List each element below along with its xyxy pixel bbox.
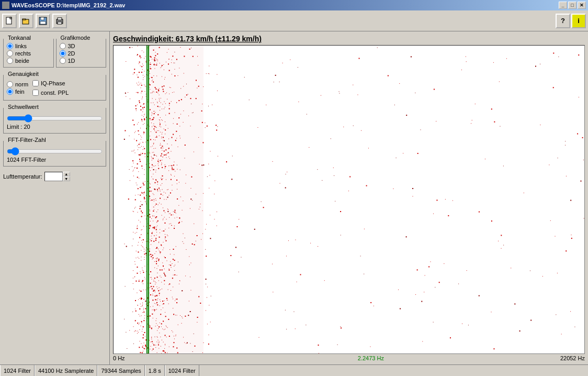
status-filter1: 1024 Filter: [0, 365, 35, 376]
tonkanal-group: Tonkanal links rechts beide: [3, 39, 54, 68]
grafikmode-1d[interactable]: 1D: [60, 58, 103, 64]
fft-filter-label: FFT-Filter-Zahl: [7, 137, 47, 143]
save-button[interactable]: [36, 14, 50, 28]
close-button[interactable]: ✕: [578, 2, 586, 9]
chart-canvas: [114, 46, 584, 353]
status-duration: 1.8 s: [145, 365, 165, 376]
freq-left: 0 Hz: [113, 355, 125, 361]
help-button[interactable]: ?: [556, 14, 570, 28]
tonkanal-links-label: links: [15, 43, 27, 49]
lufttemp-label: Lufttemperatur:: [3, 173, 42, 180]
tonkanal-beide[interactable]: beide: [7, 58, 50, 64]
svg-rect-3: [22, 19, 26, 20]
lufttemp-down-button[interactable]: ▼: [63, 176, 70, 181]
print-button[interactable]: [52, 14, 67, 28]
grafikmode-3d[interactable]: 3D: [60, 43, 103, 49]
tonkanal-rechts[interactable]: rechts: [7, 50, 50, 57]
chart-title: Geschwindigkeit: 61.73 km/h (±11.29 km/h…: [113, 35, 585, 43]
tonkanal-links[interactable]: links: [7, 43, 50, 49]
grafikmode-1d-label: 1D: [68, 58, 75, 64]
genauigkeit-norm[interactable]: norm: [7, 81, 28, 87]
tonkanal-beide-label: beide: [15, 58, 29, 64]
grafikmode-2d[interactable]: 2D: [60, 50, 103, 57]
tonkanal-rechts-label: rechts: [15, 50, 31, 57]
lufttemp-spinbox: 20 ▲ ▼: [44, 172, 70, 181]
svg-rect-6: [40, 21, 46, 24]
chart-area: Geschwindigkeit: 61.73 km/h (±11.29 km/h…: [110, 31, 588, 364]
status-samples: 79344 Samples: [97, 365, 144, 376]
iqphase-checkbox[interactable]: IQ-Phase: [32, 80, 69, 86]
genauigkeit-group: Genauigkeit norm fein: [3, 75, 106, 101]
svg-rect-1: [10, 17, 12, 19]
fft-filter-group: FFT-Filter-Zahl 1024 FFT-Filter: [3, 141, 106, 167]
title-bar: WAVEosSCOPE D:\temp\IMG_2192_2.wav _ □ ✕: [0, 0, 588, 10]
grafikmode-label: Grafikmode: [60, 35, 92, 41]
genauigkeit-norm-label: norm: [15, 81, 28, 87]
window-title: WAVEosSCOPE D:\temp\IMG_2192_2.wav: [12, 2, 125, 8]
schwellwert-slider[interactable]: [7, 114, 103, 123]
status-bar: 1024 Filter 44100 Hz Samplerate 79344 Sa…: [0, 364, 588, 376]
genauigkeit-label: Genauigkeit: [7, 71, 40, 77]
grafikmode-group: Grafikmode 3D 2D 1D: [56, 39, 107, 68]
lufttemp-up-button[interactable]: ▲: [63, 172, 70, 176]
lufttemp-input[interactable]: 20: [44, 172, 63, 181]
fft-filter-value-label: 1024 FFT-Filter: [7, 157, 103, 163]
info-button[interactable]: i: [571, 14, 586, 28]
freq-mid: 2.2473 Hz: [358, 355, 384, 361]
freq-right: 22052 Hz: [560, 355, 585, 361]
toolbar: ? i: [0, 10, 588, 31]
status-samplerate: 44100 Hz Samplerate: [35, 365, 97, 376]
open-button[interactable]: [19, 14, 33, 28]
lufttemp-row: Lufttemperatur: 20 ▲ ▼: [3, 172, 106, 181]
minimize-button[interactable]: _: [559, 2, 567, 9]
grafikmode-2d-label: 2D: [68, 50, 75, 57]
left-panel: Tonkanal links rechts beide: [0, 31, 110, 364]
constppl-label: const. PPL: [41, 90, 69, 96]
grafikmode-3d-label: 3D: [68, 43, 75, 49]
genauigkeit-fein[interactable]: fein: [7, 89, 28, 95]
svg-rect-9: [58, 22, 62, 24]
fft-slider[interactable]: [7, 147, 103, 156]
schwellwert-label: Schwellwert: [7, 104, 40, 110]
app-icon: [2, 2, 9, 9]
freq-labels: 0 Hz 2.2473 Hz 22052 Hz: [113, 355, 585, 361]
limit-label: Limit : 20: [7, 124, 103, 130]
maximize-button[interactable]: □: [568, 2, 576, 9]
chart-container: [113, 45, 585, 354]
svg-rect-8: [58, 18, 62, 20]
status-filter2: 1024 Filter: [165, 365, 199, 376]
new-button[interactable]: [2, 14, 17, 28]
tonkanal-label: Tonkanal: [7, 35, 32, 41]
schwellwert-group: Schwellwert Limit : 20: [3, 108, 106, 134]
green-line: [146, 46, 148, 353]
svg-rect-5: [41, 17, 44, 20]
constppl-checkbox[interactable]: const. PPL: [32, 90, 69, 96]
genauigkeit-fein-label: fein: [15, 89, 25, 95]
iqphase-label: IQ-Phase: [41, 80, 65, 86]
